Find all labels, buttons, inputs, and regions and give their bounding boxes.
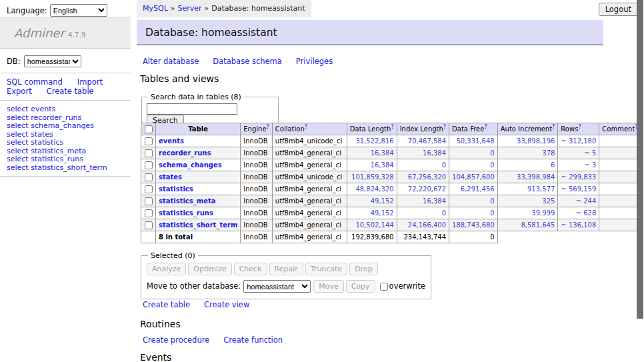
data-length-link[interactable]: 10,502,144 (355, 221, 393, 229)
column-hint-link[interactable]: ? (552, 124, 555, 130)
index-length-link[interactable]: 0 (442, 161, 446, 169)
sidebar-item-select-statistics_runs[interactable]: select statistics_runs (7, 155, 131, 164)
sidebar-link-create-table[interactable]: Create table (47, 87, 94, 96)
rows-link[interactable]: ~ 3 (584, 161, 596, 169)
column-hint-link[interactable]: ? (267, 124, 269, 130)
auto-increment-link[interactable]: 33,398,984 (517, 173, 555, 181)
sidebar-item-select-events[interactable]: select events (7, 105, 131, 114)
column-hint-link[interactable]: ? (443, 124, 446, 130)
column-hint-link[interactable]: ? (391, 124, 393, 130)
breadcrumb-link-server[interactable]: Server (178, 4, 202, 13)
create-procedure-link[interactable]: Create procedure (143, 335, 209, 345)
data-free-link[interactable]: 0 (490, 209, 494, 217)
check-button[interactable]: Check (234, 263, 267, 275)
table-link-statistics[interactable]: statistics (159, 185, 193, 193)
rows-link[interactable]: ~ 136,108 (561, 221, 596, 229)
create-view-link[interactable]: Create view (204, 300, 249, 309)
data-free-link[interactable]: 0 (490, 197, 494, 205)
auto-increment-link[interactable]: 6 (551, 161, 555, 169)
row-checkbox[interactable] (145, 221, 153, 229)
vertical-scrollbar[interactable] (637, 0, 643, 319)
logout-button[interactable]: Logout (599, 3, 638, 16)
sidebar-link-import[interactable]: Import (77, 77, 103, 87)
index-length-link[interactable]: 16,384 (423, 149, 446, 157)
privileges-link[interactable]: Privileges (296, 57, 333, 66)
auto-increment-link[interactable]: 33,898,196 (517, 137, 555, 145)
table-link-statistics_short_term[interactable]: statistics_short_term (159, 221, 237, 229)
row-checkbox-cell (141, 171, 156, 183)
data-free-link[interactable]: 0 (490, 149, 494, 157)
optimize-button[interactable]: Optimize (188, 263, 231, 275)
data-free-link[interactable]: 50,331,648 (456, 137, 494, 145)
auto-increment-link[interactable]: 378 (542, 149, 555, 157)
rows-link[interactable]: ~ 244 (576, 197, 597, 205)
truncate-button[interactable]: Truncate (305, 263, 347, 275)
data-free-link[interactable]: 188,743,680 (452, 221, 495, 229)
auto-increment-link[interactable]: 39,999 (531, 209, 555, 217)
row-checkbox[interactable] (145, 137, 153, 145)
db-select[interactable]: homeassistant (24, 55, 81, 67)
repair-button[interactable]: Repair (269, 263, 303, 275)
auto-increment-link[interactable]: 913,577 (527, 185, 555, 193)
column-hint-link[interactable]: ? (305, 124, 307, 130)
row-checkbox[interactable] (145, 161, 153, 169)
table-name-cell: statistics_short_term (156, 219, 241, 231)
rows-link[interactable]: ~ 5 (584, 149, 596, 157)
row-checkbox[interactable] (145, 209, 153, 217)
search-input[interactable] (147, 103, 237, 115)
auto-increment-link[interactable]: 8,581,645 (521, 221, 555, 229)
table-link-events[interactable]: events (159, 137, 184, 145)
index-length-link[interactable]: 70,467,584 (408, 137, 446, 145)
data-length-link[interactable]: 49,152 (371, 197, 394, 205)
row-checkbox[interactable] (145, 149, 153, 157)
move-database-select[interactable]: homeassistant (243, 280, 311, 293)
index-length-link[interactable]: 67,256,320 (408, 173, 446, 181)
drop-button[interactable]: Drop (349, 263, 377, 275)
column-hint-link[interactable]: ? (484, 124, 487, 130)
breadcrumb-link-mysql[interactable]: MySQL (143, 4, 168, 13)
table-link-statistics_runs[interactable]: statistics_runs (159, 209, 213, 217)
data-length-link[interactable]: 16,384 (371, 161, 394, 169)
data-length-link[interactable]: 49,152 (371, 209, 394, 217)
overwrite-checkbox[interactable] (380, 283, 388, 291)
analyze-button[interactable]: Analyze (147, 263, 186, 275)
sidebar-link-export[interactable]: Export (7, 87, 32, 96)
row-checkbox[interactable] (145, 197, 153, 205)
table-link-recorder_runs[interactable]: recorder_runs (159, 149, 211, 157)
move-button[interactable]: Move (313, 280, 344, 293)
table-link-states[interactable]: states (159, 173, 182, 181)
table-link-schema_changes[interactable]: schema_changes (159, 161, 222, 169)
row-checkbox[interactable] (145, 173, 153, 181)
index-length-link[interactable]: 72,220,672 (408, 185, 446, 193)
language-select[interactable]: English (50, 4, 107, 17)
table-name-cell: statistics_meta (156, 195, 241, 207)
rows-link[interactable]: ~ 628 (576, 209, 597, 217)
sidebar-item-select-schema_changes[interactable]: select schema_changes (7, 122, 131, 131)
data-length-link[interactable]: 101,859,328 (351, 173, 394, 181)
row-checkbox[interactable] (145, 185, 153, 193)
table-link-statistics_meta[interactable]: statistics_meta (159, 197, 215, 205)
auto-increment-link[interactable]: 325 (542, 197, 555, 205)
rows-link[interactable]: ~ 569,159 (561, 185, 596, 193)
rows-link[interactable]: ~ 312,180 (561, 137, 596, 145)
index-length-link[interactable]: 24,166,400 (408, 221, 446, 229)
data-free-link[interactable]: 6,291,456 (461, 185, 495, 193)
sidebar-link-sql-command[interactable]: SQL command (7, 77, 63, 87)
copy-button[interactable]: Copy (346, 280, 375, 293)
data-free-link[interactable]: 0 (490, 161, 494, 169)
data-length-link[interactable]: 48,824,320 (355, 185, 393, 193)
alter-database-link[interactable]: Alter database (143, 57, 199, 66)
sidebar-item-select-statistics[interactable]: select statistics (7, 139, 131, 147)
database-schema-link[interactable]: Database schema (213, 57, 281, 66)
data-free-link[interactable]: 104,857,600 (452, 173, 495, 181)
index-length-link[interactable]: 16,384 (423, 197, 446, 205)
index-length-link[interactable]: 0 (442, 209, 446, 217)
select-all-checkbox[interactable] (145, 125, 153, 133)
sidebar-item-select-statistics_short_term[interactable]: select statistics_short_term (7, 164, 131, 173)
column-hint-link[interactable]: ? (578, 124, 581, 130)
data-length-link[interactable]: 31,522,816 (355, 137, 393, 145)
create-table-link[interactable]: Create table (143, 300, 190, 309)
create-function-link[interactable]: Create function (223, 335, 283, 345)
rows-link[interactable]: ~ 299,833 (561, 173, 596, 181)
data-length-link[interactable]: 16,384 (371, 149, 394, 157)
